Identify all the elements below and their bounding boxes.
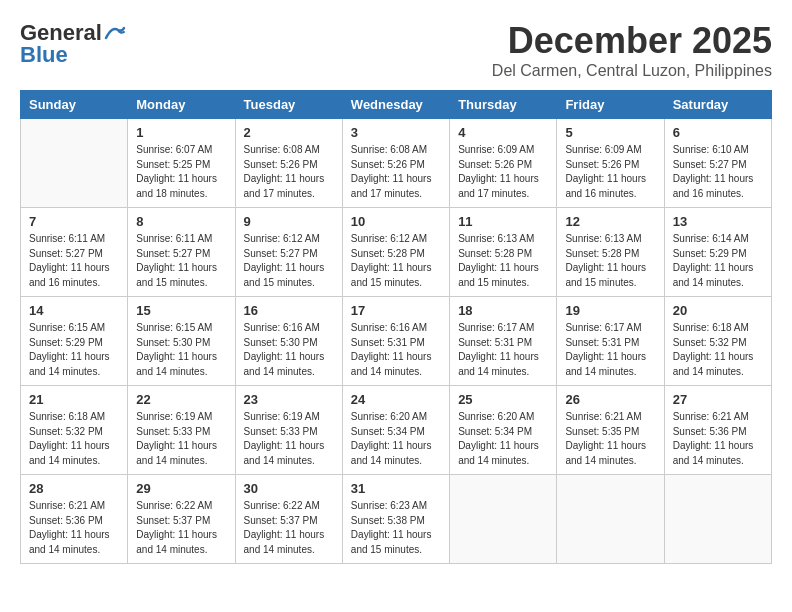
calendar-week-row: 7Sunrise: 6:11 AMSunset: 5:27 PMDaylight… bbox=[21, 208, 772, 297]
day-number: 28 bbox=[29, 481, 119, 496]
calendar-cell: 19Sunrise: 6:17 AMSunset: 5:31 PMDayligh… bbox=[557, 297, 664, 386]
day-info: Sunrise: 6:22 AMSunset: 5:37 PMDaylight:… bbox=[136, 499, 226, 557]
day-info: Sunrise: 6:12 AMSunset: 5:27 PMDaylight:… bbox=[244, 232, 334, 290]
day-number: 9 bbox=[244, 214, 334, 229]
calendar-cell: 12Sunrise: 6:13 AMSunset: 5:28 PMDayligh… bbox=[557, 208, 664, 297]
calendar-cell: 24Sunrise: 6:20 AMSunset: 5:34 PMDayligh… bbox=[342, 386, 449, 475]
day-info: Sunrise: 6:15 AMSunset: 5:29 PMDaylight:… bbox=[29, 321, 119, 379]
day-info: Sunrise: 6:20 AMSunset: 5:34 PMDaylight:… bbox=[351, 410, 441, 468]
day-info: Sunrise: 6:14 AMSunset: 5:29 PMDaylight:… bbox=[673, 232, 763, 290]
day-info: Sunrise: 6:10 AMSunset: 5:27 PMDaylight:… bbox=[673, 143, 763, 201]
col-header-tuesday: Tuesday bbox=[235, 91, 342, 119]
day-number: 24 bbox=[351, 392, 441, 407]
day-info: Sunrise: 6:11 AMSunset: 5:27 PMDaylight:… bbox=[136, 232, 226, 290]
day-number: 7 bbox=[29, 214, 119, 229]
day-info: Sunrise: 6:23 AMSunset: 5:38 PMDaylight:… bbox=[351, 499, 441, 557]
day-number: 31 bbox=[351, 481, 441, 496]
calendar-cell: 3Sunrise: 6:08 AMSunset: 5:26 PMDaylight… bbox=[342, 119, 449, 208]
calendar-cell: 4Sunrise: 6:09 AMSunset: 5:26 PMDaylight… bbox=[450, 119, 557, 208]
day-number: 18 bbox=[458, 303, 548, 318]
day-info: Sunrise: 6:09 AMSunset: 5:26 PMDaylight:… bbox=[458, 143, 548, 201]
day-info: Sunrise: 6:12 AMSunset: 5:28 PMDaylight:… bbox=[351, 232, 441, 290]
day-number: 13 bbox=[673, 214, 763, 229]
calendar-cell: 27Sunrise: 6:21 AMSunset: 5:36 PMDayligh… bbox=[664, 386, 771, 475]
day-number: 17 bbox=[351, 303, 441, 318]
day-number: 10 bbox=[351, 214, 441, 229]
calendar-cell: 1Sunrise: 6:07 AMSunset: 5:25 PMDaylight… bbox=[128, 119, 235, 208]
calendar-cell: 18Sunrise: 6:17 AMSunset: 5:31 PMDayligh… bbox=[450, 297, 557, 386]
day-info: Sunrise: 6:18 AMSunset: 5:32 PMDaylight:… bbox=[29, 410, 119, 468]
col-header-sunday: Sunday bbox=[21, 91, 128, 119]
calendar-cell: 10Sunrise: 6:12 AMSunset: 5:28 PMDayligh… bbox=[342, 208, 449, 297]
calendar-cell: 31Sunrise: 6:23 AMSunset: 5:38 PMDayligh… bbox=[342, 475, 449, 564]
page-subtitle: Del Carmen, Central Luzon, Philippines bbox=[492, 62, 772, 80]
calendar-cell: 21Sunrise: 6:18 AMSunset: 5:32 PMDayligh… bbox=[21, 386, 128, 475]
day-info: Sunrise: 6:17 AMSunset: 5:31 PMDaylight:… bbox=[565, 321, 655, 379]
day-info: Sunrise: 6:13 AMSunset: 5:28 PMDaylight:… bbox=[458, 232, 548, 290]
calendar-cell: 14Sunrise: 6:15 AMSunset: 5:29 PMDayligh… bbox=[21, 297, 128, 386]
day-number: 1 bbox=[136, 125, 226, 140]
day-info: Sunrise: 6:19 AMSunset: 5:33 PMDaylight:… bbox=[244, 410, 334, 468]
day-number: 23 bbox=[244, 392, 334, 407]
day-number: 22 bbox=[136, 392, 226, 407]
calendar-cell bbox=[664, 475, 771, 564]
day-number: 29 bbox=[136, 481, 226, 496]
day-number: 21 bbox=[29, 392, 119, 407]
day-number: 27 bbox=[673, 392, 763, 407]
day-number: 19 bbox=[565, 303, 655, 318]
day-number: 20 bbox=[673, 303, 763, 318]
day-info: Sunrise: 6:21 AMSunset: 5:36 PMDaylight:… bbox=[29, 499, 119, 557]
title-section: December 2025 Del Carmen, Central Luzon,… bbox=[492, 20, 772, 80]
day-number: 3 bbox=[351, 125, 441, 140]
col-header-friday: Friday bbox=[557, 91, 664, 119]
col-header-monday: Monday bbox=[128, 91, 235, 119]
day-number: 15 bbox=[136, 303, 226, 318]
col-header-thursday: Thursday bbox=[450, 91, 557, 119]
calendar-week-row: 1Sunrise: 6:07 AMSunset: 5:25 PMDaylight… bbox=[21, 119, 772, 208]
day-number: 25 bbox=[458, 392, 548, 407]
day-number: 2 bbox=[244, 125, 334, 140]
calendar-week-row: 14Sunrise: 6:15 AMSunset: 5:29 PMDayligh… bbox=[21, 297, 772, 386]
day-number: 11 bbox=[458, 214, 548, 229]
calendar-cell: 20Sunrise: 6:18 AMSunset: 5:32 PMDayligh… bbox=[664, 297, 771, 386]
day-number: 6 bbox=[673, 125, 763, 140]
day-info: Sunrise: 6:08 AMSunset: 5:26 PMDaylight:… bbox=[351, 143, 441, 201]
day-number: 14 bbox=[29, 303, 119, 318]
calendar-cell bbox=[21, 119, 128, 208]
day-info: Sunrise: 6:19 AMSunset: 5:33 PMDaylight:… bbox=[136, 410, 226, 468]
calendar-cell bbox=[450, 475, 557, 564]
day-info: Sunrise: 6:21 AMSunset: 5:36 PMDaylight:… bbox=[673, 410, 763, 468]
col-header-wednesday: Wednesday bbox=[342, 91, 449, 119]
col-header-saturday: Saturday bbox=[664, 91, 771, 119]
calendar-cell: 22Sunrise: 6:19 AMSunset: 5:33 PMDayligh… bbox=[128, 386, 235, 475]
day-number: 8 bbox=[136, 214, 226, 229]
calendar-cell: 15Sunrise: 6:15 AMSunset: 5:30 PMDayligh… bbox=[128, 297, 235, 386]
calendar-cell: 8Sunrise: 6:11 AMSunset: 5:27 PMDaylight… bbox=[128, 208, 235, 297]
day-info: Sunrise: 6:16 AMSunset: 5:30 PMDaylight:… bbox=[244, 321, 334, 379]
calendar-cell: 6Sunrise: 6:10 AMSunset: 5:27 PMDaylight… bbox=[664, 119, 771, 208]
calendar-cell: 28Sunrise: 6:21 AMSunset: 5:36 PMDayligh… bbox=[21, 475, 128, 564]
logo: General Blue bbox=[20, 20, 126, 68]
header: General Blue December 2025 Del Carmen, C… bbox=[20, 20, 772, 80]
day-number: 30 bbox=[244, 481, 334, 496]
calendar-cell: 30Sunrise: 6:22 AMSunset: 5:37 PMDayligh… bbox=[235, 475, 342, 564]
calendar-cell: 23Sunrise: 6:19 AMSunset: 5:33 PMDayligh… bbox=[235, 386, 342, 475]
day-info: Sunrise: 6:08 AMSunset: 5:26 PMDaylight:… bbox=[244, 143, 334, 201]
calendar-cell: 26Sunrise: 6:21 AMSunset: 5:35 PMDayligh… bbox=[557, 386, 664, 475]
calendar-cell: 29Sunrise: 6:22 AMSunset: 5:37 PMDayligh… bbox=[128, 475, 235, 564]
day-info: Sunrise: 6:09 AMSunset: 5:26 PMDaylight:… bbox=[565, 143, 655, 201]
calendar-cell: 5Sunrise: 6:09 AMSunset: 5:26 PMDaylight… bbox=[557, 119, 664, 208]
day-info: Sunrise: 6:11 AMSunset: 5:27 PMDaylight:… bbox=[29, 232, 119, 290]
calendar-cell: 16Sunrise: 6:16 AMSunset: 5:30 PMDayligh… bbox=[235, 297, 342, 386]
day-info: Sunrise: 6:22 AMSunset: 5:37 PMDaylight:… bbox=[244, 499, 334, 557]
logo-bird-icon bbox=[104, 24, 126, 42]
day-number: 5 bbox=[565, 125, 655, 140]
calendar-week-row: 21Sunrise: 6:18 AMSunset: 5:32 PMDayligh… bbox=[21, 386, 772, 475]
calendar-cell: 13Sunrise: 6:14 AMSunset: 5:29 PMDayligh… bbox=[664, 208, 771, 297]
calendar-cell: 2Sunrise: 6:08 AMSunset: 5:26 PMDaylight… bbox=[235, 119, 342, 208]
calendar-header-row: SundayMondayTuesdayWednesdayThursdayFrid… bbox=[21, 91, 772, 119]
calendar-cell: 11Sunrise: 6:13 AMSunset: 5:28 PMDayligh… bbox=[450, 208, 557, 297]
day-info: Sunrise: 6:13 AMSunset: 5:28 PMDaylight:… bbox=[565, 232, 655, 290]
page-title: December 2025 bbox=[492, 20, 772, 62]
calendar-cell: 25Sunrise: 6:20 AMSunset: 5:34 PMDayligh… bbox=[450, 386, 557, 475]
